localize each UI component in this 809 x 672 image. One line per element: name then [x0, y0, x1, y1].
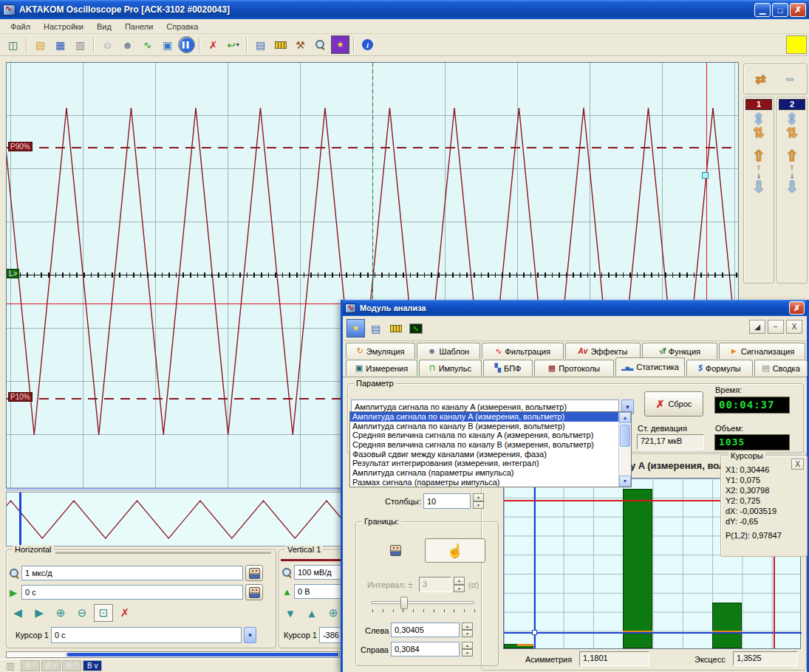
expand-vertical-button-ch2[interactable]: ⇕ — [786, 112, 799, 126]
p90-badge[interactable]: P90% — [8, 142, 33, 151]
tools-button[interactable]: ⚒ — [291, 35, 310, 54]
save-button[interactable]: ▦ — [51, 35, 69, 54]
tab-функция[interactable]: √fФункция — [642, 343, 717, 359]
tab-статистика[interactable]: ▂▅▃Статистика — [615, 357, 685, 376]
report-button[interactable]: ▤ — [366, 319, 385, 337]
cursors-close-button[interactable]: X — [791, 459, 804, 470]
print-button[interactable]: ▥ — [71, 35, 89, 54]
auto-offset-button[interactable] — [245, 584, 263, 600]
statusbar-channel-a^[interactable]: A ^ — [21, 660, 40, 671]
shift-down-large-button-ch2[interactable]: ⇩ — [786, 179, 799, 194]
dropdown-option[interactable]: Амплитуда сигнала (параметры импульса) — [350, 468, 618, 478]
timebase-field[interactable]: 1 мкс/д — [21, 566, 243, 580]
h-cursor-dropdown-button[interactable]: ▼ — [244, 627, 256, 643]
tab-шаблон[interactable]: ☻Шаблон — [417, 343, 480, 359]
restore-button[interactable]: ↩▾ — [224, 35, 242, 54]
dropdown-scrollbar-thumb[interactable] — [620, 425, 630, 447]
dropdown-option[interactable]: Средняя величина сигнала по каналу B (из… — [350, 440, 618, 450]
ruler-button[interactable] — [386, 319, 405, 337]
zoom-out-horizontal-button[interactable]: ⊖ — [72, 604, 92, 622]
clear-button[interactable]: ✗ — [204, 35, 222, 54]
left-bound-spinner[interactable]: ▲▼ — [462, 623, 473, 637]
wizard-button[interactable]: ★ — [331, 35, 349, 54]
menu-справка[interactable]: Справка — [160, 21, 204, 32]
channel-1-header[interactable]: 1 — [745, 99, 772, 110]
shift-down-button[interactable]: ▼ — [281, 604, 300, 622]
right-bound-spinner[interactable]: ▲▼ — [462, 642, 473, 656]
dropdown-option[interactable]: Средняя величина сигнала по каналу A (из… — [350, 431, 618, 440]
statusbar-channel-bv[interactable]: B v — [83, 660, 102, 671]
close-panel-button[interactable]: X — [786, 320, 802, 334]
preview-cursor[interactable] — [19, 493, 21, 546]
left-bound-field[interactable]: 0,30405 — [391, 623, 460, 637]
dropdown-scrollbar[interactable]: ▲ ▼ — [618, 412, 631, 487]
minimize-button[interactable]: ▁ — [754, 3, 771, 17]
right-bound-field[interactable]: 0,3084 — [391, 642, 460, 656]
interval-slider[interactable] — [371, 601, 474, 604]
zoom-window-button[interactable]: ⊡ — [94, 604, 113, 622]
horizontal-scrollbar[interactable] — [6, 651, 340, 658]
scope-display-button[interactable]: ∿ — [406, 319, 425, 337]
signals-button[interactable]: ∿ — [138, 35, 157, 54]
open-button[interactable]: ▤ — [31, 35, 50, 54]
print-button[interactable]: ◢ — [749, 320, 765, 334]
dropdown-option[interactable]: Размах сигнала (параметры импульса) — [350, 478, 618, 487]
hist-cursor-x1-line[interactable] — [534, 479, 536, 648]
expand-vertical-button-ch1[interactable]: ⇕ — [753, 112, 765, 126]
pause-button[interactable]: ▌▌ — [178, 36, 195, 53]
menu-настройки[interactable]: Настройки — [38, 21, 89, 32]
tab-эмуляция[interactable]: ↻Эмуляция — [346, 343, 415, 359]
favorites-button[interactable]: ★ — [347, 319, 365, 337]
hist-cursor-y1-line[interactable] — [504, 632, 802, 634]
columns-field[interactable]: 10 — [423, 493, 471, 509]
auto-timebase-button[interactable] — [245, 565, 263, 581]
exit-button[interactable]: ◫ — [4, 35, 22, 54]
menu-файл[interactable]: Файл — [4, 21, 36, 32]
hist-cursor-marker[interactable] — [532, 630, 537, 635]
dialog-close-button[interactable]: ✗ — [789, 301, 805, 315]
menu-панели[interactable]: Панели — [119, 21, 159, 32]
dropdown-option[interactable]: Амплитуда сигнала по каналу A (измерения… — [350, 412, 618, 422]
maximize-button[interactable]: □ — [772, 3, 788, 17]
close-button[interactable]: ✗ — [790, 3, 806, 17]
print-preview-icon[interactable]: ▥ — [6, 660, 15, 671]
expand-horizontal-button[interactable]: ⇔ — [778, 68, 803, 90]
auto-bounds-button[interactable] — [386, 541, 405, 560]
zoom-in-horizontal-button[interactable]: ⊕ — [51, 604, 70, 622]
parameter-dropdown-list[interactable]: Амплитуда сигнала по каналу A (измерения… — [349, 411, 632, 487]
compress-vertical-button-ch2[interactable]: ⇅ — [786, 126, 797, 140]
operator-a-button[interactable]: ☺ — [98, 35, 117, 54]
shift-up-button[interactable]: ▲ — [302, 604, 321, 622]
shift-down-large-button-ch1[interactable]: ⇩ — [753, 179, 765, 194]
dropdown-option[interactable]: Фазовый сдвиг между каналами (измерения,… — [350, 450, 618, 459]
tab-фильтрация[interactable]: ∿Фильтрация — [482, 343, 564, 359]
statusbar-channel-av[interactable]: A v — [41, 660, 61, 671]
p10-badge[interactable]: P10% — [8, 392, 33, 402]
zoom-reset-button[interactable]: ✗ — [115, 604, 134, 622]
reset-button[interactable]: ✗ Сброс — [644, 391, 703, 416]
search-settings-button[interactable] — [311, 35, 330, 54]
time-offset-field[interactable]: 0 с — [21, 585, 243, 600]
tab-эффекты[interactable]: AvЭффекты — [565, 343, 641, 359]
shift-up-large-button-ch1[interactable]: ⇧ — [753, 148, 765, 163]
collapse-button[interactable]: − — [768, 320, 784, 334]
dropdown-option[interactable]: Амплитуда сигнала по каналу B (измерения… — [350, 422, 618, 431]
trigger-badge[interactable]: L> — [7, 269, 19, 278]
tab-импульс[interactable]: ⊓Импульс — [419, 360, 482, 376]
pan-right-button[interactable]: ▶ — [30, 604, 49, 622]
manual-bounds-button[interactable]: ☝ — [425, 538, 485, 563]
scrollbar-thumb[interactable] — [7, 653, 66, 656]
cursor-handle[interactable] — [702, 172, 709, 179]
compress-horizontal-button[interactable]: ⇄ — [748, 68, 774, 90]
channel-2-header[interactable]: 2 — [779, 99, 805, 110]
tab-измерения[interactable]: ▣Измерения — [346, 360, 417, 376]
report-button[interactable]: ▤ — [251, 35, 270, 54]
scroll-down-icon[interactable]: ▼ — [619, 476, 631, 487]
statusbar-channel-b^[interactable]: B ^ — [62, 660, 81, 671]
tab-протоколы[interactable]: ▦Протоколы — [534, 360, 614, 376]
menu-вид[interactable]: Вид — [91, 21, 117, 32]
ruler-button[interactable] — [271, 35, 290, 54]
screen-search-button[interactable]: ▣ — [158, 35, 177, 54]
compress-vertical-button-ch1[interactable]: ⇅ — [753, 126, 764, 140]
tab-сигнализация[interactable]: ►Сигнализация — [719, 343, 805, 359]
